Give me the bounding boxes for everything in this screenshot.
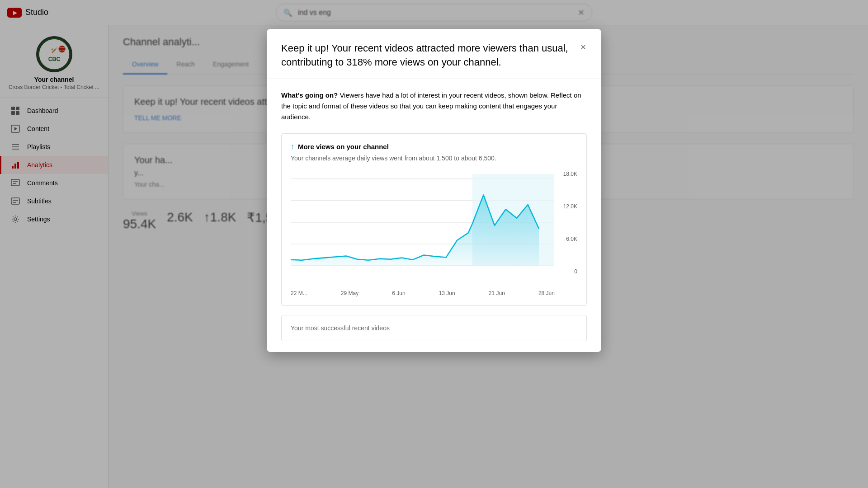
y-label-6k: 6.0K bbox=[555, 236, 577, 242]
modal-title: Keep it up! Your recent videos attracted… bbox=[281, 42, 587, 70]
modal-description: What's going on? Viewers have had a lot … bbox=[281, 90, 587, 122]
whats-going-on-label: What's going on? bbox=[281, 91, 338, 99]
chart-header: ↑ More views on your channel bbox=[291, 143, 577, 151]
x-label-0: 22 M... bbox=[291, 290, 307, 296]
modal-close-button[interactable]: × bbox=[576, 40, 590, 54]
insight-modal: Keep it up! Your recent videos attracted… bbox=[267, 29, 601, 352]
chart-y-labels: 18.0K 12.0K 6.0K 0 bbox=[555, 171, 577, 275]
chart-card: ↑ More views on your channel Your channe… bbox=[281, 133, 587, 306]
chart-x-labels: 22 M... 29 May 6 Jun 13 Jun 21 Jun 28 Ju… bbox=[291, 288, 577, 296]
x-label-5: 28 Jun bbox=[538, 290, 555, 296]
x-label-2: 6 Jun bbox=[392, 290, 405, 296]
modal-body: What's going on? Viewers have had a lot … bbox=[267, 79, 601, 352]
modal-header: Keep it up! Your recent videos attracted… bbox=[267, 29, 601, 79]
chart-title: More views on your channel bbox=[298, 143, 389, 150]
chart-svg bbox=[291, 171, 577, 279]
y-label-18k: 18.0K bbox=[555, 171, 577, 177]
y-label-0: 0 bbox=[555, 268, 577, 275]
y-label-12k: 12.0K bbox=[555, 203, 577, 210]
chart-subtitle: Your channels average daily views went f… bbox=[291, 155, 577, 162]
x-label-4: 21 Jun bbox=[489, 290, 505, 296]
x-label-1: 29 May bbox=[341, 290, 359, 296]
x-label-3: 13 Jun bbox=[439, 290, 455, 296]
chart-container: 18.0K 12.0K 6.0K 0 bbox=[291, 171, 577, 288]
more-videos-card: Your most successful recent videos bbox=[281, 315, 587, 341]
more-videos-title: Your most successful recent videos bbox=[291, 324, 577, 332]
chart-arrow-icon: ↑ bbox=[291, 143, 294, 151]
